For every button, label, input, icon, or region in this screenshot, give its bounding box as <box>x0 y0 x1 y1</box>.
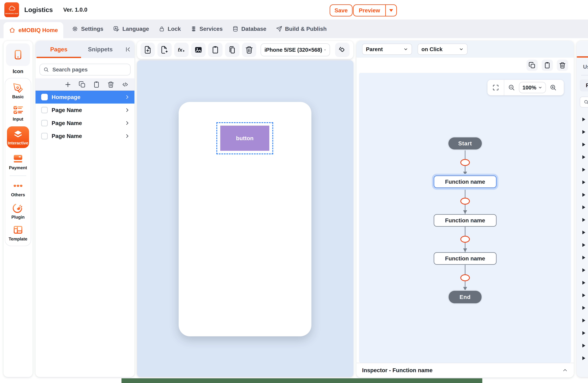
paste-page-button[interactable] <box>93 81 100 88</box>
subtab-user-defined[interactable]: User Defined <box>577 62 588 71</box>
action-category-string[interactable]: String <box>577 188 588 201</box>
image-button[interactable] <box>191 43 206 57</box>
pages-search-box[interactable] <box>40 64 130 76</box>
action-category-app[interactable]: App <box>577 138 588 151</box>
page-name: Page Name <box>52 107 121 113</box>
generate-screen-button[interactable] <box>157 43 172 57</box>
rail-item-icon[interactable] <box>6 43 30 66</box>
rotate-device-button[interactable] <box>335 43 350 57</box>
tab-screen[interactable]: Screen <box>577 41 588 57</box>
page-code-button[interactable] <box>122 81 129 88</box>
connector-point-1[interactable] <box>460 159 470 166</box>
paste-element-button[interactable] <box>208 43 223 57</box>
copy-node-button[interactable] <box>526 60 538 71</box>
action-category-formula[interactable]: Formula <box>577 214 588 226</box>
copy-page-button[interactable] <box>78 81 86 88</box>
rail-item-basic[interactable]: Basic <box>12 83 24 100</box>
parent-select[interactable]: Parent <box>362 44 412 55</box>
delete-element-button[interactable] <box>242 43 256 57</box>
search-pages-input[interactable] <box>51 66 127 73</box>
action-category-signature[interactable]: Signature <box>577 327 588 339</box>
project-version: Ver. 1.0.0 <box>63 6 87 13</box>
caret-down-icon <box>389 9 393 12</box>
delete-page-button[interactable] <box>107 81 115 88</box>
action-category-flow[interactable]: Flow <box>577 302 588 314</box>
end-node[interactable]: End <box>449 291 482 303</box>
page-item[interactable]: Page Name <box>36 103 134 117</box>
action-category-math[interactable]: Math <box>577 201 588 214</box>
flow-canvas[interactable]: 100% Start Function name Function name F… <box>359 73 571 363</box>
tab-snippets[interactable]: Snippets <box>82 41 119 58</box>
action-category-dataset[interactable]: Dataset <box>577 314 588 327</box>
chevron-right-icon[interactable] <box>125 120 130 126</box>
device-select[interactable]: iPhone 5/SE (320×568) <box>261 43 330 56</box>
rail-item-others[interactable]: Others <box>11 180 25 197</box>
tab-lock[interactable]: Lock <box>159 26 181 32</box>
function-generate-button[interactable] <box>174 43 189 57</box>
chevron-right-icon[interactable] <box>125 94 130 100</box>
action-category-printer[interactable]: Printer <box>577 352 588 364</box>
preview-dropdown-button[interactable] <box>386 9 396 12</box>
phone-mockup[interactable]: button <box>179 102 311 336</box>
action-category-dialog[interactable]: Dialog <box>577 339 588 352</box>
inspector-bar[interactable]: Inspector - Function name <box>357 363 574 378</box>
flow-actions <box>357 58 574 73</box>
rail-item-input[interactable]: Input <box>12 104 24 122</box>
action-category-pdf[interactable]: PDF <box>577 163 588 176</box>
rail-item-payment[interactable]: Payment <box>9 153 27 170</box>
button-widget[interactable]: button <box>220 126 269 151</box>
expand-triangle-icon <box>582 155 585 159</box>
zoom-in-button[interactable] <box>546 84 561 91</box>
page-item-homepage[interactable]: Homepage <box>36 91 134 104</box>
connector-point-2[interactable] <box>460 198 470 205</box>
action-category-browser[interactable]: Browser <box>577 126 588 138</box>
tab-services[interactable]: Services <box>190 26 223 32</box>
add-page-button[interactable] <box>64 81 72 88</box>
action-category-global[interactable]: Global <box>577 113 588 126</box>
chevron-right-icon[interactable] <box>125 133 130 139</box>
actions-search-box[interactable] <box>580 97 588 107</box>
component-rail: Icon Basic Input Interactive Payment Oth <box>3 41 33 377</box>
delete-node-button[interactable] <box>557 60 568 71</box>
function-node-3[interactable]: Function name <box>434 252 497 265</box>
event-select[interactable]: on Click <box>418 44 467 55</box>
tab-database[interactable]: Database <box>232 26 266 32</box>
action-category-chart[interactable]: Chart <box>577 151 588 163</box>
page-item[interactable]: Page Name <box>36 130 134 143</box>
chevron-up-icon[interactable] <box>562 367 568 373</box>
paste-node-button[interactable] <box>542 60 553 71</box>
start-node[interactable]: Start <box>448 137 482 149</box>
rail-item-plugin[interactable]: Plugin <box>11 202 25 220</box>
copy-screen-button[interactable] <box>225 43 239 57</box>
preview-split-button[interactable]: Preview <box>353 4 397 17</box>
tab-build-publish[interactable]: Build & Publish <box>276 26 327 32</box>
save-button[interactable]: Save <box>330 4 353 17</box>
chevron-right-icon[interactable] <box>125 107 130 113</box>
rail-item-template[interactable]: Template <box>9 224 27 242</box>
tab-language[interactable]: Language <box>113 25 149 32</box>
tab-emobiq-home[interactable]: eMOBIQ Home <box>3 22 63 38</box>
preview-button[interactable]: Preview <box>354 7 385 14</box>
segment-properties[interactable]: Properties <box>580 79 588 91</box>
function-node-2[interactable]: Function name <box>434 214 497 227</box>
action-category-object[interactable]: Object <box>577 239 588 251</box>
collapse-panel-button[interactable] <box>125 41 131 58</box>
rail-item-interactive[interactable]: Interactive <box>7 126 29 148</box>
action-category-logical[interactable]: Logical <box>577 251 588 264</box>
action-category-validation[interactable]: Validation <box>577 289 588 302</box>
action-category-comparation[interactable]: Comparation <box>577 264 588 277</box>
file-plus-icon <box>143 45 152 54</box>
new-screen-button[interactable] <box>141 43 155 57</box>
tab-settings[interactable]: Settings <box>71 25 103 32</box>
action-category-array[interactable]: Array <box>577 226 588 239</box>
function-node-1[interactable]: Function name <box>434 176 497 188</box>
action-category-conversion[interactable]: Conversion <box>577 277 588 289</box>
action-category-device[interactable]: Device <box>577 176 588 188</box>
connector-point-3[interactable] <box>460 236 470 243</box>
page-item[interactable]: Page Name <box>36 117 134 130</box>
tab-pages[interactable]: Pages <box>36 41 82 58</box>
rail-group: Basic Input Interactive Payment Others <box>5 78 31 246</box>
design-canvas[interactable]: button <box>137 60 353 377</box>
connector-point-4[interactable] <box>460 274 470 281</box>
layers-icon <box>13 129 23 140</box>
